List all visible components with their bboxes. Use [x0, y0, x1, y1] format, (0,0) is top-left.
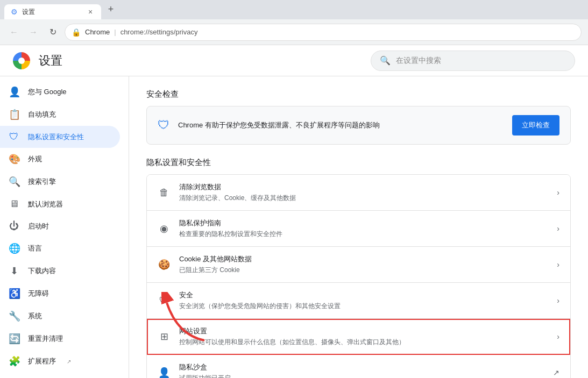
- safety-section-title: 安全检查: [146, 89, 571, 99]
- sidebar-item-startup[interactable]: ⏻ 启动时: [0, 215, 120, 237]
- settings-item-site-settings[interactable]: ⊞ 网站设置 控制网站可以使用和显示什么信息（如位置信息、摄像头、弹出式窗口及其…: [147, 319, 570, 355]
- sidebar-item-browser[interactable]: 🖥 默认浏览器: [0, 193, 120, 215]
- item-arrow-clear-browsing: ›: [557, 188, 559, 197]
- search-bar[interactable]: 🔍 在设置中搜索: [371, 51, 575, 71]
- item-title-privacy-sandbox: 隐私沙盒: [179, 362, 544, 372]
- sidebar-item-search[interactable]: 🔍 搜索引擎: [0, 170, 120, 193]
- settings-item-security[interactable]: 🛡 安全 安全浏览（保护您免受危险网站的侵害）和其他安全设置 ›: [147, 283, 570, 319]
- settings-item-privacy-sandbox[interactable]: 👤 隐私沙盒 试用版功能已开启 ↗: [147, 355, 570, 378]
- item-title-security: 安全: [179, 290, 548, 300]
- sidebar-item-system[interactable]: 🔧 系统: [0, 305, 120, 327]
- sidebar: 👤 您与 Google 📋 自动填充 🛡 隐私设置和安全性 🎨 外观 🔍 搜索引…: [0, 76, 129, 378]
- tab-close-button[interactable]: ×: [86, 8, 95, 16]
- item-text-security: 安全 安全浏览（保护您免受危险网站的侵害）和其他安全设置: [179, 290, 548, 311]
- forward-button[interactable]: →: [26, 25, 41, 40]
- search-placeholder: 在设置中搜索: [396, 56, 441, 66]
- settings-header: 设置 🔍 在设置中搜索: [0, 45, 588, 76]
- settings-item-cookies[interactable]: 🍪 Cookie 及其他网站数据 已阻止第三方 Cookie ›: [147, 247, 570, 283]
- sidebar-label-reset: 重置并清理: [28, 334, 63, 344]
- sidebar-label-appearance: 外观: [28, 154, 42, 164]
- url-lock-icon: 🔒: [72, 28, 81, 37]
- item-subtitle-privacy-sandbox: 试用版功能已开启: [179, 374, 544, 378]
- item-icon-security: 🛡: [158, 295, 171, 306]
- item-subtitle-security: 安全浏览（保护您免受危险网站的侵害）和其他安全设置: [179, 302, 548, 311]
- sidebar-item-accessibility[interactable]: ♿ 无障碍: [0, 282, 120, 305]
- sidebar-label-extensions: 扩展程序: [28, 356, 56, 366]
- item-subtitle-privacy-guide: 检查重要的隐私控制设置和安全控件: [179, 230, 548, 239]
- item-title-site-settings: 网站设置: [179, 326, 548, 336]
- sidebar-item-privacy[interactable]: 🛡 隐私设置和安全性: [0, 126, 120, 148]
- page-title: 设置: [39, 53, 62, 69]
- sidebar-icon-extensions: 🧩: [9, 355, 19, 367]
- item-text-cookies: Cookie 及其他网站数据 已阻止第三方 Cookie: [179, 254, 548, 275]
- sidebar-label-languages: 语言: [28, 244, 42, 253]
- sidebar-item-downloads[interactable]: ⬇ 下载内容: [0, 260, 120, 282]
- item-text-privacy-guide: 隐私保护指南 检查重要的隐私控制设置和安全控件: [179, 218, 548, 239]
- sidebar-icon-search: 🔍: [9, 176, 19, 188]
- privacy-section-title: 隐私设置和安全性: [146, 158, 571, 168]
- item-ext-icon-privacy-sandbox: ↗: [553, 368, 559, 377]
- sidebar-icon-reset: 🔄: [9, 333, 19, 345]
- item-arrow-site-settings: ›: [557, 332, 559, 341]
- item-arrow-privacy-guide: ›: [557, 224, 559, 233]
- sidebar-icon-startup: ⏻: [9, 220, 19, 232]
- sidebar-label-accessibility: 无障碍: [28, 289, 49, 298]
- item-text-site-settings: 网站设置 控制网站可以使用和显示什么信息（如位置信息、摄像头、弹出式窗口及其他）: [179, 326, 548, 347]
- sidebar-icon-browser: 🖥: [9, 198, 19, 210]
- item-arrow-security: ›: [557, 296, 559, 305]
- sidebar-item-autofill[interactable]: 📋 自动填充: [0, 103, 120, 126]
- item-icon-cookies: 🍪: [158, 259, 171, 270]
- sidebar-icon-system: 🔧: [9, 310, 19, 322]
- item-title-cookies: Cookie 及其他网站数据: [179, 254, 548, 264]
- new-tab-button[interactable]: +: [103, 2, 118, 17]
- sidebar-icon-appearance: 🎨: [9, 153, 19, 165]
- sidebar-label-privacy: 隐私设置和安全性: [28, 132, 84, 142]
- sidebar-icon-languages: 🌐: [9, 243, 19, 254]
- sidebar-icon-autofill: 📋: [9, 109, 19, 120]
- item-subtitle-clear-browsing: 清除浏览记录、Cookie、缓存及其他数据: [179, 194, 548, 203]
- item-icon-site-settings: ⊞: [158, 331, 171, 343]
- active-tab[interactable]: ⚙ 设置 ×: [4, 4, 101, 19]
- chrome-logo: [13, 52, 30, 69]
- tab-title: 设置: [22, 8, 82, 17]
- privacy-settings-list: 🗑 清除浏览数据 清除浏览记录、Cookie、缓存及其他数据 › ◉ 隐私保护指…: [146, 174, 571, 378]
- sidebar-item-reset[interactable]: 🔄 重置并清理: [0, 327, 120, 350]
- url-separator: |: [114, 28, 116, 36]
- sidebar-label-system: 系统: [28, 311, 42, 321]
- sidebar-item-languages[interactable]: 🌐 语言: [0, 237, 120, 260]
- search-icon: 🔍: [380, 55, 391, 66]
- sidebar-label-downloads: 下载内容: [28, 266, 56, 276]
- url-bar[interactable]: 🔒 Chrome | chrome://settings/privacy: [65, 24, 582, 41]
- settings-item-clear-browsing[interactable]: 🗑 清除浏览数据 清除浏览记录、Cookie、缓存及其他数据 ›: [147, 175, 570, 211]
- check-now-button[interactable]: 立即检查: [512, 115, 559, 135]
- sidebar-item-google[interactable]: 👤 您与 Google: [0, 81, 120, 103]
- sidebar-label-search: 搜索引擎: [28, 177, 56, 187]
- sidebar-item-appearance[interactable]: 🎨 外观: [0, 148, 120, 170]
- item-text-clear-browsing: 清除浏览数据 清除浏览记录、Cookie、缓存及其他数据: [179, 182, 548, 203]
- sidebar-item-extensions[interactable]: 🧩 扩展程序 ↗: [0, 350, 120, 373]
- sidebar-label-google: 您与 Google: [28, 87, 67, 97]
- item-icon-clear-browsing: 🗑: [158, 187, 171, 198]
- safety-card: 🛡 Chrome 有助于保护您免受数据泄露、不良扩展程序等问题的影响 立即检查: [146, 106, 571, 145]
- safety-shield-icon: 🛡: [158, 118, 169, 132]
- item-arrow-cookies: ›: [557, 260, 559, 269]
- address-bar: ← → ↻ 🔒 Chrome | chrome://settings/priva…: [0, 19, 588, 45]
- item-title-privacy-guide: 隐私保护指南: [179, 218, 548, 228]
- url-path: chrome://settings/privacy: [121, 28, 198, 36]
- sidebar-icon-google: 👤: [9, 86, 19, 98]
- item-icon-privacy-guide: ◉: [158, 223, 171, 234]
- item-title-clear-browsing: 清除浏览数据: [179, 182, 548, 192]
- item-text-privacy-sandbox: 隐私沙盒 试用版功能已开启: [179, 362, 544, 378]
- sidebar-icon-downloads: ⬇: [9, 265, 19, 277]
- sidebar-icon-accessibility: ♿: [9, 288, 19, 299]
- external-link-icon: ↗: [67, 359, 71, 365]
- settings-item-privacy-guide[interactable]: ◉ 隐私保护指南 检查重要的隐私控制设置和安全控件 ›: [147, 211, 570, 247]
- main-layout: 👤 您与 Google 📋 自动填充 🛡 隐私设置和安全性 🎨 外观 🔍 搜索引…: [0, 76, 588, 378]
- item-subtitle-site-settings: 控制网站可以使用和显示什么信息（如位置信息、摄像头、弹出式窗口及其他）: [179, 338, 548, 347]
- reload-button[interactable]: ↻: [45, 25, 60, 40]
- back-button[interactable]: ←: [6, 25, 22, 40]
- sidebar-label-startup: 启动时: [28, 222, 49, 231]
- item-icon-privacy-sandbox: 👤: [158, 367, 171, 378]
- sidebar-icon-privacy: 🛡: [9, 131, 19, 142]
- page-content: 安全检查 🛡 Chrome 有助于保护您免受数据泄露、不良扩展程序等问题的影响 …: [129, 76, 588, 378]
